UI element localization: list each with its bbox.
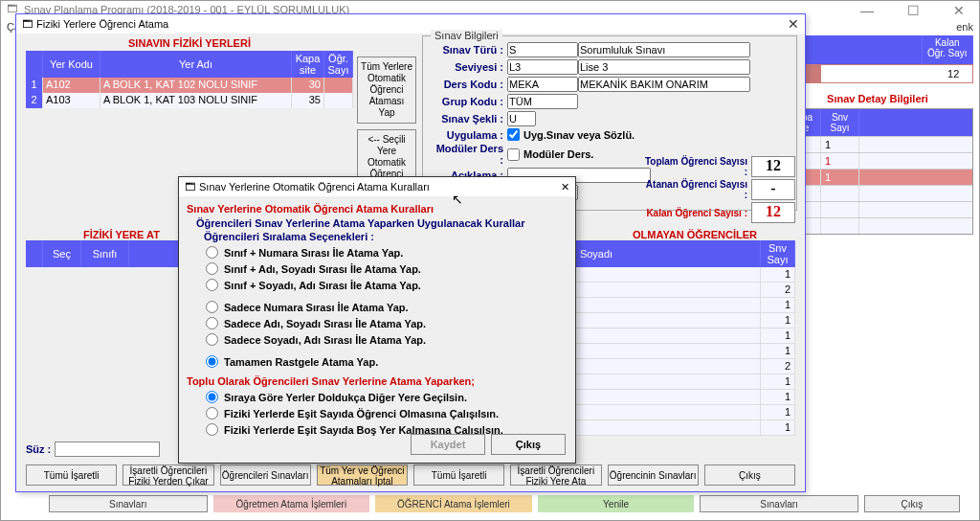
modal-sec2: Toplu Olarak Öğrencileri Sınav Yerlerine…: [187, 375, 568, 387]
sinav-turu-desc[interactable]: [578, 42, 750, 57]
rp-red-row[interactable]: 12: [782, 64, 973, 83]
btn-ogr-sinav1[interactable]: Öğrencileri Sınavları: [220, 464, 311, 486]
rp-red-val: 12: [934, 65, 972, 82]
radio-o1[interactable]: Sınıf + Numara Sırası İle Atama Yap.: [206, 246, 568, 259]
radio-p2[interactable]: Fiziki Yerlerde Eşit Sayıda Öğrenci Olma…: [206, 407, 568, 419]
col-yeradi: Yer Adı: [100, 51, 292, 78]
modal-body: Sınav Yerlerine Otomatik Öğrenci Atama K…: [179, 196, 575, 440]
window-buttons: — ☐ ✕: [851, 3, 975, 18]
col-snv: Snv Sayı: [821, 109, 859, 136]
sub-app-icon: 🗔: [22, 18, 33, 30]
btn-ogr-sinav2[interactable]: Öğrencinin Sınavları: [608, 464, 699, 486]
btn-ata[interactable]: İşaretli Öğrencileri Fiziki Yere Ata: [510, 464, 601, 486]
table-row[interactable]: 301: [783, 152, 972, 169]
radio-o4[interactable]: Sadece Numara Sırası İle Atama Yap.: [206, 301, 568, 313]
seg-sinav[interactable]: Sınavları: [49, 495, 208, 512]
table-row[interactable]: 30: [783, 217, 972, 234]
phys-header: SINAVIN FİZİKİ YERLERİ: [26, 37, 353, 49]
radio-o5[interactable]: Sadece Adı, Soyadı Sırası İle Atama Yap.: [206, 317, 568, 329]
modal-title: Sınav Yerlerine Otomatik Öğrenci Atama K…: [199, 181, 430, 193]
modal-txt1: Öğrencileri Sınav Yerlerine Atama Yapark…: [196, 217, 568, 229]
detay-title: Sınav Detay Bilgileri: [782, 93, 973, 104]
sub-title-bar: 🗔 Fiziki Yerlere Öğrenci Atama ✕: [16, 14, 805, 34]
phys-table: Yer Kodu Yer Adı Kapa site Öğr. Sayı 1 A…: [26, 51, 353, 108]
suz-label: Süz :: [26, 443, 51, 455]
modal-close-icon[interactable]: ✕: [561, 181, 569, 193]
radio-p1[interactable]: Sıraya Göre Yerler Doldukça Diğer Yere G…: [206, 391, 568, 403]
right-panel: Kalan Öğr. Sayı 12 Sınav Detay Bilgileri…: [782, 35, 973, 235]
rules-modal: 🗔 Sınav Yerlerine Otomatik Öğrenci Atama…: [178, 176, 576, 464]
seg-yenile[interactable]: Yenile: [538, 495, 695, 512]
uyg-checkbox[interactable]: [507, 128, 520, 141]
remaining-count: 12: [751, 202, 795, 223]
col-snvsayi: Snv Sayı: [761, 240, 795, 267]
btn-iptal[interactable]: Tüm Yer ve Öğrenci Atamaları İptal: [317, 464, 408, 486]
btn-cikar[interactable]: İşaretli Öğrencileri Fiziki Yerden Çıkar: [122, 464, 213, 486]
radio-o2[interactable]: Sınıf + Adı, Soyadı Sırası İle Atama Yap…: [206, 262, 568, 275]
grup-code[interactable]: [507, 94, 578, 109]
btn-cikis[interactable]: Çıkış: [704, 464, 795, 486]
btn-tumu-isaretli1[interactable]: Tümü İşaretli: [26, 464, 117, 486]
sub-close-icon[interactable]: ✕: [788, 16, 799, 32]
exit-button[interactable]: Çıkış: [491, 434, 566, 455]
btn-tumu-isaretli2[interactable]: Tümü İşaretli: [413, 464, 504, 486]
seg-sinav2[interactable]: Sınavları: [700, 495, 858, 512]
sinav-turu-code[interactable]: [507, 42, 578, 57]
seg-ogrenci[interactable]: ÖĞRENCİ Atama İşlemleri: [375, 495, 532, 512]
sekli-code[interactable]: [507, 111, 536, 126]
phys-places: SINAVIN FİZİKİ YERLERİ Yer Kodu Yer Adı …: [26, 37, 353, 108]
mod-checkbox[interactable]: [507, 148, 520, 161]
bottom-strip: Sınavları Öğretmen Atama İşlemleri ÖĞREN…: [49, 495, 960, 512]
col-sinif: Sınıfı: [81, 240, 129, 267]
radio-o7[interactable]: Tamamen Rastgele Atama Yap.: [206, 355, 568, 368]
total-count: 12: [751, 156, 795, 177]
right-headers: Kalan Öğr. Sayı: [782, 35, 973, 64]
seviye-code[interactable]: [507, 59, 578, 75]
close-button[interactable]: ✕: [943, 3, 975, 18]
col-ogr: Öğr. Sayı: [324, 51, 353, 78]
col-yerkodu: Yer Kodu: [43, 51, 100, 78]
ders-desc[interactable]: [578, 77, 750, 92]
rp-hdr-kalan: Kalan Öğr. Sayı: [923, 35, 974, 64]
table-row[interactable]: 351: [783, 169, 972, 185]
radio-o6[interactable]: Sadece Soyadı, Adı Sırası İle Atama Yap.: [206, 333, 568, 346]
seviye-desc[interactable]: [578, 59, 750, 75]
table-row[interactable]: 301: [783, 136, 972, 152]
filter-row: Süz :: [26, 442, 160, 457]
modal-title-bar: 🗔 Sınav Yerlerine Otomatik Öğrenci Atama…: [179, 177, 575, 196]
modal-app-icon: 🗔: [185, 181, 195, 193]
ders-code[interactable]: [507, 77, 578, 92]
suz-input[interactable]: [55, 442, 160, 457]
table-row[interactable]: 28: [783, 185, 972, 201]
seg-ogretmen[interactable]: Öğretmen Atama İşlemleri: [213, 495, 370, 512]
assigned-count: -: [751, 179, 795, 200]
counts: Toplam Öğrenci Sayısı :12 Atanan Öğrenci…: [644, 156, 795, 225]
detay-table: Kapa site Snv Sayı 301 301 351 28 16 30: [782, 108, 973, 235]
col-sec: Seç: [43, 240, 81, 267]
table-row[interactable]: 16: [783, 201, 972, 217]
modal-buttons: Kaydet Çıkış: [411, 434, 566, 455]
col-kapasite: Kapa site: [292, 51, 324, 78]
radio-o3[interactable]: Sınıf + Soyadı, Adı Sırası İle Atama Yap…: [206, 279, 568, 291]
save-button[interactable]: Kaydet: [411, 434, 485, 455]
info-legend: Sınav Bilgileri: [431, 30, 502, 41]
sub-title: Fiziki Yerlere Öğrenci Atama: [36, 18, 168, 30]
table-row[interactable]: 1 A102 A BOLK 1, KAT 102 NOLU SINIF 30: [26, 78, 353, 93]
assign-all-button[interactable]: Tüm Yerlere Otomatik Öğrenci Ataması Yap: [357, 57, 416, 124]
modal-txt2: Öğrencileri Sıralama Seçenekleri :: [204, 231, 568, 242]
menu-renk[interactable]: enk: [956, 21, 973, 33]
seg-cikis[interactable]: Çıkış: [864, 495, 960, 512]
modal-sec1: Sınav Yerlerine Otomatik Öğrenci Atama K…: [187, 203, 568, 215]
minimize-button[interactable]: —: [851, 3, 883, 18]
sub-bottom-buttons: Tümü İşaretli İşaretli Öğrencileri Fizik…: [26, 464, 795, 486]
maximize-button[interactable]: ☐: [897, 3, 929, 18]
table-row[interactable]: 2 A103 A BLOK 1, KAT 103 NOLU SINIF 35: [26, 93, 353, 108]
